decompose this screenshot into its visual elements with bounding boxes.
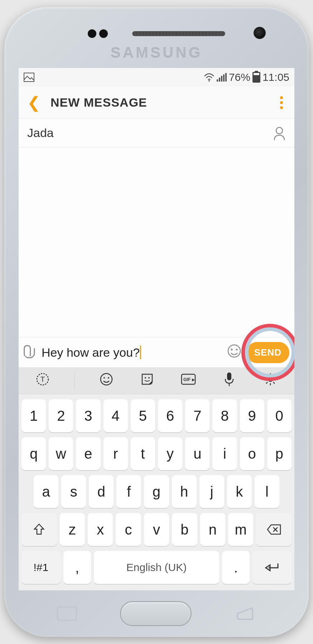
svg-point-5 [236, 348, 237, 350]
recent-apps-button[interactable] [57, 606, 77, 621]
signal-icon [217, 73, 227, 82]
key-f[interactable]: f [116, 475, 141, 508]
app-header: ❮ NEW MESSAGE [19, 87, 294, 119]
picture-icon [24, 73, 34, 82]
key-l[interactable]: l [255, 475, 279, 508]
mic-icon[interactable] [218, 372, 240, 390]
key-t[interactable]: t [131, 437, 155, 470]
page-title: NEW MESSAGE [50, 96, 277, 109]
emoji-icon[interactable] [96, 372, 117, 390]
text-cursor [140, 346, 141, 359]
brand-label: SAMSUNG [111, 44, 203, 62]
svg-marker-15 [192, 379, 195, 381]
keyboard-row-numbers: 1 2 3 4 5 6 7 8 9 0 [21, 399, 292, 432]
keyboard-toolbar: T GIF [19, 368, 294, 394]
key-p[interactable]: p [267, 437, 292, 470]
key-x[interactable]: x [88, 513, 113, 546]
message-input[interactable]: Hey how are you? [42, 346, 222, 360]
send-label: SEND [254, 347, 281, 358]
compose-bar: Hey how are you? SEND [19, 337, 294, 368]
conversation-area[interactable] [19, 147, 294, 337]
gif-icon[interactable]: GIF [178, 372, 199, 390]
keyboard-row-bottom: !#1 , English (UK) . [21, 551, 292, 584]
settings-icon[interactable] [260, 372, 281, 390]
key-y[interactable]: y [158, 437, 182, 470]
key-z[interactable]: z [60, 513, 85, 546]
key-r[interactable]: r [103, 437, 128, 470]
phone-sensors [88, 29, 225, 38]
svg-point-12 [148, 377, 150, 379]
key-9[interactable]: 9 [240, 399, 264, 432]
svg-text:T: T [40, 375, 45, 383]
svg-point-10 [108, 377, 109, 379]
battery-icon [252, 72, 260, 83]
key-2[interactable]: 2 [49, 399, 73, 432]
more-options-button[interactable] [277, 93, 286, 112]
key-o[interactable]: o [240, 437, 264, 470]
key-b[interactable]: b [172, 513, 197, 546]
svg-point-4 [231, 348, 232, 350]
text-mode-icon[interactable]: T [32, 372, 53, 390]
svg-point-9 [103, 377, 105, 379]
svg-point-18 [268, 377, 273, 381]
earpiece-speaker [132, 31, 225, 36]
svg-point-11 [145, 377, 146, 379]
enter-key[interactable] [252, 551, 292, 584]
period-key[interactable]: . [222, 551, 250, 584]
key-5[interactable]: 5 [131, 399, 155, 432]
keyboard-row-asdf: a s d f g h j k l [21, 475, 292, 508]
svg-line-23 [266, 375, 268, 376]
key-u[interactable]: u [185, 437, 210, 470]
keyboard-row-qwerty: q w e r t y u i o p [21, 437, 292, 470]
key-h[interactable]: h [172, 475, 197, 508]
key-s[interactable]: s [61, 475, 86, 508]
key-4[interactable]: 4 [103, 399, 128, 432]
svg-point-1 [208, 80, 210, 82]
key-g[interactable]: g [144, 475, 169, 508]
key-v[interactable]: v [144, 513, 169, 546]
svg-point-8 [101, 374, 112, 385]
key-w[interactable]: w [49, 437, 73, 470]
key-1[interactable]: 1 [21, 399, 46, 432]
sticker-icon[interactable] [136, 372, 158, 390]
key-3[interactable]: 3 [76, 399, 100, 432]
key-d[interactable]: d [89, 475, 114, 508]
backspace-key[interactable] [256, 513, 292, 546]
phone-frame: SAMSUNG 76% [4, 7, 309, 637]
key-q[interactable]: q [21, 437, 46, 470]
home-button[interactable] [120, 601, 192, 626]
key-c[interactable]: c [116, 513, 141, 546]
svg-marker-27 [34, 524, 44, 534]
key-8[interactable]: 8 [212, 399, 237, 432]
svg-line-24 [273, 382, 275, 384]
key-j[interactable]: j [199, 475, 224, 508]
shift-key[interactable] [21, 513, 57, 546]
emoji-button[interactable] [227, 344, 241, 361]
key-a[interactable]: a [34, 475, 58, 508]
toolbar-divider [74, 373, 75, 389]
key-i[interactable]: i [212, 437, 237, 470]
keyboard: 1 2 3 4 5 6 7 8 9 0 q w e r t y u i o [19, 394, 294, 590]
send-button[interactable]: SEND [246, 342, 289, 363]
svg-text:GIF: GIF [183, 377, 191, 382]
symbols-key[interactable]: !#1 [21, 551, 61, 584]
key-m[interactable]: m [228, 513, 253, 546]
space-key[interactable]: English (UK) [94, 551, 219, 584]
key-7[interactable]: 7 [185, 399, 210, 432]
key-6[interactable]: 6 [158, 399, 182, 432]
svg-line-26 [266, 382, 268, 384]
svg-rect-16 [227, 372, 231, 380]
recipient-field[interactable]: Jada [19, 119, 294, 147]
key-n[interactable]: n [200, 513, 225, 546]
status-bar: 76% 11:05 [19, 68, 294, 87]
back-button[interactable]: ❮ [27, 93, 40, 112]
hw-back-button[interactable] [235, 606, 256, 621]
key-k[interactable]: k [227, 475, 252, 508]
attach-icon[interactable] [19, 342, 41, 364]
key-e[interactable]: e [76, 437, 100, 470]
key-0[interactable]: 0 [267, 399, 292, 432]
battery-percent: 76% [229, 71, 250, 83]
message-text: Hey how are you? [42, 346, 140, 360]
contact-icon[interactable] [273, 126, 286, 140]
comma-key[interactable]: , [63, 551, 91, 584]
